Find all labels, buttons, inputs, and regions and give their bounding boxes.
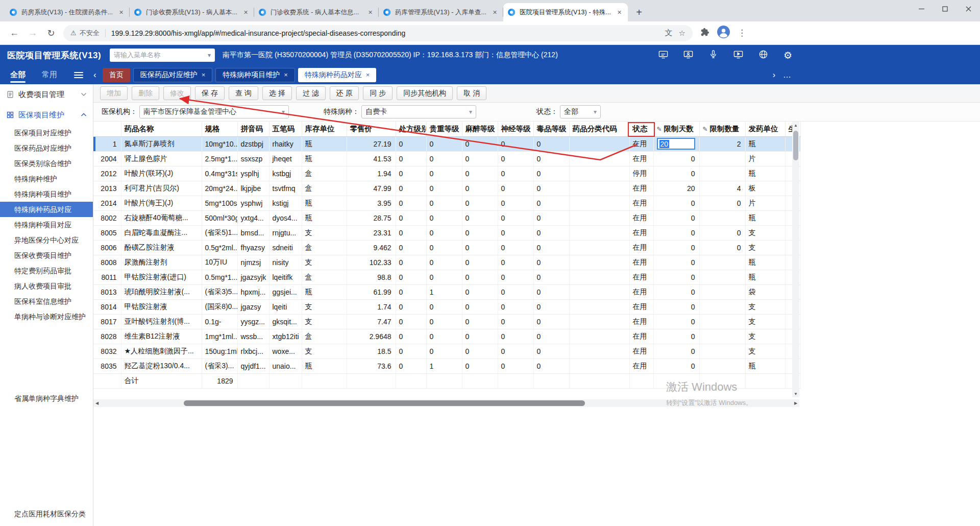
toolbar-button[interactable]: 同 步 (363, 86, 393, 100)
monitor-user-icon[interactable] (683, 50, 693, 61)
tab-scroll-right-icon[interactable]: › (773, 70, 775, 80)
drug-row[interactable]: 8002右旋糖酐40葡萄糖...500ml*30gyxtg4...dyos4..… (93, 210, 800, 225)
tab-close-icon[interactable]: × (366, 8, 375, 17)
view-tab-all[interactable]: 全部 (7, 65, 29, 84)
cast-screen-icon[interactable] (658, 50, 668, 61)
col-header-stock_unit[interactable]: 库存单位 (302, 122, 347, 136)
drug-row[interactable]: 8006酚磺乙胺注射液0.5g*2ml...fhyazsysdneiti盒9.4… (93, 240, 800, 255)
col-header-pinyin[interactable]: 拼音码 (237, 122, 269, 136)
col-header-nerve_level[interactable]: 神经等级 (498, 122, 533, 136)
page-tab-close-icon[interactable]: × (284, 71, 288, 79)
translate-icon[interactable]: 文 (665, 28, 673, 38)
drug-row[interactable]: 8008尿激酶注射剂10万IUnjmzsjnisity支102.3300000在… (93, 255, 800, 270)
sidebar-item[interactable]: 定点医用耗材医保分类 (0, 506, 93, 521)
sidebar-item[interactable]: 特殊病种维护 (0, 171, 93, 186)
scroll-left-icon[interactable]: ◀ (93, 400, 101, 407)
screen-share-icon[interactable] (733, 50, 743, 61)
insurance-org-select[interactable]: 南平市医疗保障基金管理中心 ▾ (139, 105, 289, 118)
browser-tab[interactable]: 门诊收费系统(V13) - 病人基本... × (130, 3, 254, 21)
browser-tab[interactable]: 门诊收费系统 - 病人基本信息... × (254, 3, 379, 21)
toolbar-button[interactable]: 取 消 (457, 86, 486, 100)
sidebar-item[interactable]: 医保药品对应维护 (0, 140, 93, 156)
tab-close-icon[interactable]: × (491, 8, 499, 17)
sidebar-item[interactable]: 异地医保分中心对应 (0, 232, 93, 248)
special-disease-select[interactable]: 自费卡 ▾ (361, 105, 476, 118)
toolbar-button[interactable]: 查 询 (229, 86, 258, 100)
back-icon[interactable]: ← (7, 26, 22, 41)
sidebar-item[interactable]: 特定费别药品审批 (0, 263, 93, 278)
sidebar-item[interactable]: 医保项目对应维护 (0, 125, 93, 140)
drug-row[interactable]: 8028维生素B12注射液1mg*1ml...wssb...xtgb12iti盒… (93, 329, 800, 344)
col-header-status[interactable]: 状态 (629, 122, 653, 136)
drug-row[interactable]: 1氮卓斯汀鼻喷剂10mg*10...dzstbpjrhaitky瓶27.1900… (93, 136, 800, 151)
toolbar-button[interactable]: 修改 (163, 86, 191, 100)
chevron-down-icon[interactable]: ▾ (208, 52, 211, 59)
sidebar-item[interactable]: 单病种与诊断对应维护 (0, 309, 93, 324)
forward-icon[interactable]: → (25, 26, 40, 41)
page-tab[interactable]: 首页 (103, 68, 130, 82)
browser-tab[interactable]: 药房系统(V13) - 住院摆药条件... × (5, 3, 130, 21)
drug-row[interactable]: 8032★人粒细胞刺激因子...150ug:1mlrlxbcj...woxe..… (93, 344, 800, 358)
window-minimize-button[interactable] (910, 0, 933, 17)
globe-icon[interactable] (758, 50, 768, 61)
page-tab-close-icon[interactable]: × (366, 71, 370, 79)
col-header-rx_level[interactable]: 处方级别 (396, 122, 426, 136)
col-header-retail_price[interactable]: 零售价 (347, 122, 396, 136)
omnibox[interactable]: ⚠ 不安全 199.9.129.29:8000/his-xmgl/app/#/m… (63, 25, 693, 41)
profile-avatar[interactable] (717, 26, 730, 40)
browser-menu-kebab-icon[interactable]: ⋮ (738, 28, 746, 38)
col-header-category_code[interactable]: 药品分类代码 (569, 122, 629, 136)
drug-row[interactable]: 8017亚叶酸钙注射剂(博...0.1g-yysgz...gksqit...支7… (93, 314, 800, 329)
drug-row[interactable]: 8014甲钴胺注射液(国采8)0...jgazsylqeiti支1.740000… (93, 299, 800, 314)
drug-row[interactable]: 2014叶酸片(海王)(J)5mg*100s-ysphwjkstigj瓶3.95… (93, 196, 800, 210)
vertical-scroll-thumb[interactable] (793, 131, 798, 160)
toolbar-button[interactable]: 删除 (132, 86, 159, 100)
page-tab[interactable]: 特殊病种药品对应 × (298, 68, 377, 82)
reload-icon[interactable]: ↻ (43, 26, 59, 41)
grid-vertical-scrollbar[interactable]: ▲ ▼ (792, 122, 799, 397)
page-tab[interactable]: 医保药品对应维护 × (133, 68, 213, 82)
window-close-button[interactable] (957, 0, 980, 17)
sidebar-item[interactable]: 特殊病种药品对应 (0, 202, 93, 217)
settings-gear-icon[interactable]: ⚙ (783, 51, 792, 60)
sidebar-item[interactable]: 病人收费项目审批 (0, 278, 93, 294)
drug-row[interactable]: 8005白眉蛇毒血凝酶注...(省采5)1...bmsd...rnjgtu...… (93, 225, 800, 240)
toolbar-button[interactable]: 保 存 (195, 86, 225, 100)
sidebar-item[interactable]: 特殊病种项目对应 (0, 217, 93, 232)
sidebar-item[interactable]: 特殊病种项目维护 (0, 186, 93, 202)
toolbar-button[interactable]: 增加 (100, 86, 128, 100)
col-header-name[interactable]: 药品名称 (121, 122, 202, 136)
col-header-limit_days[interactable]: ✎限制天数 (653, 122, 699, 136)
scroll-down-icon[interactable]: ▼ (792, 390, 799, 397)
menu-hamburger-icon[interactable] (74, 72, 83, 78)
scroll-right-icon[interactable]: ▶ (792, 400, 799, 407)
url-text[interactable]: 199.9.129.29:8000/his-xmgl/app/#/medical… (111, 29, 659, 37)
sidebar-section-insurance-maintenance[interactable]: 医保项目维护 (0, 105, 93, 125)
col-header-limit_qty[interactable]: ✎限制数量 (699, 122, 745, 136)
sidebar-item[interactable]: 医保收费项目维护 (0, 248, 93, 263)
horizontal-scroll-thumb[interactable] (184, 400, 585, 406)
page-tab-close-icon[interactable]: × (202, 71, 206, 79)
sidebar-item[interactable]: 医保科室信息维护 (0, 294, 93, 309)
drug-row[interactable]: 2013利可君片(吉贝尔)20mg*24...lkjpjbetsvtfmq盒47… (93, 181, 800, 196)
sidebar-section-charge-items[interactable]: 收费项目管理 (0, 84, 93, 105)
view-tab-frequent[interactable]: 常用 (39, 65, 60, 84)
drug-row[interactable]: 8011甲钴胺注射液(进口)0.5mg*1...jgazsyjklqeitifk… (93, 270, 800, 284)
col-header-spec[interactable]: 规格 (202, 122, 237, 136)
drug-row[interactable]: 2004肾上腺色腙片2.5mg*1...ssxszpjheqet瓶41.5300… (93, 151, 800, 166)
bookmark-star-icon[interactable]: ☆ (679, 29, 685, 38)
drug-row[interactable]: 2012叶酸片(联环)(J)0.4mg*31s-ysplhjkstbgj盒1.9… (93, 166, 800, 181)
new-tab-button[interactable]: + (632, 5, 646, 19)
tab-close-icon[interactable]: × (117, 8, 126, 17)
drug-row[interactable]: 8013琥珀酰明胶注射液(...(省采3)5...hpxmj...ggsjei.… (93, 284, 800, 299)
limit-days-input[interactable]: 20 (657, 138, 695, 150)
menu-search-combobox[interactable]: 请输入菜单名称 ▾ (110, 49, 215, 62)
toolbar-button[interactable]: 同步其他机构 (397, 86, 453, 100)
tab-more-icon[interactable]: … (783, 70, 791, 80)
security-chip[interactable]: ⚠ 不安全 (70, 29, 100, 38)
tab-close-icon[interactable]: × (615, 8, 624, 17)
toolbar-button[interactable]: 还 原 (330, 86, 359, 100)
col-header-id[interactable] (93, 122, 121, 136)
tab-scroll-left-icon[interactable]: ‹ (93, 70, 96, 80)
toolbar-button[interactable]: 过 滤 (296, 86, 326, 100)
